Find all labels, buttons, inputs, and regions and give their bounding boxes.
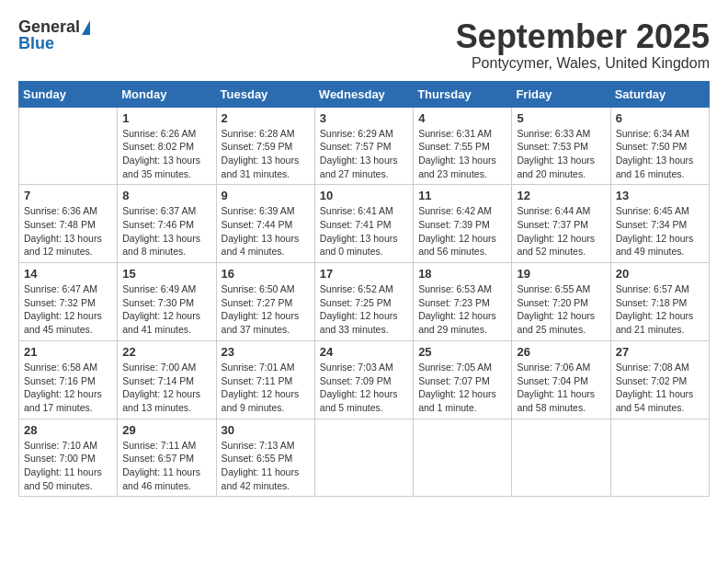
- calendar-cell: 26Sunrise: 7:06 AM Sunset: 7:04 PM Dayli…: [512, 340, 610, 419]
- calendar-cell: 15Sunrise: 6:49 AM Sunset: 7:30 PM Dayli…: [118, 263, 216, 341]
- day-info: Sunrise: 6:50 AM Sunset: 7:27 PM Dayligh…: [222, 282, 310, 337]
- day-number: 10: [320, 189, 408, 202]
- week-row-4: 21Sunrise: 6:58 AM Sunset: 7:16 PM Dayli…: [19, 340, 710, 419]
- day-info: Sunrise: 7:10 AM Sunset: 7:00 PM Dayligh…: [24, 439, 112, 493]
- weekday-header-monday: Monday: [118, 81, 216, 107]
- day-info: Sunrise: 6:34 AM Sunset: 7:50 PM Dayligh…: [616, 127, 704, 181]
- day-number: 4: [418, 111, 506, 125]
- calendar-cell: 18Sunrise: 6:53 AM Sunset: 7:23 PM Dayli…: [414, 263, 512, 341]
- calendar-cell: [414, 419, 512, 497]
- calendar-cell: [19, 107, 118, 185]
- calendar-cell: [610, 419, 709, 497]
- day-info: Sunrise: 6:47 AM Sunset: 7:32 PM Dayligh…: [24, 282, 112, 337]
- day-number: 24: [320, 345, 408, 359]
- calendar-cell: 12Sunrise: 6:44 AM Sunset: 7:37 PM Dayli…: [512, 185, 610, 263]
- calendar-cell: 1Sunrise: 6:26 AM Sunset: 8:02 PM Daylig…: [118, 107, 216, 185]
- calendar-cell: 17Sunrise: 6:52 AM Sunset: 7:25 PM Dayli…: [314, 263, 413, 341]
- calendar-cell: 3Sunrise: 6:29 AM Sunset: 7:57 PM Daylig…: [314, 107, 413, 185]
- day-number: 26: [517, 345, 605, 359]
- day-number: 7: [24, 189, 112, 202]
- day-number: 12: [517, 189, 605, 202]
- day-info: Sunrise: 7:11 AM Sunset: 6:57 PM Dayligh…: [122, 439, 210, 493]
- month-title: September 2025: [456, 18, 710, 55]
- day-number: 25: [418, 345, 506, 359]
- calendar-cell: 13Sunrise: 6:45 AM Sunset: 7:34 PM Dayli…: [610, 185, 709, 263]
- day-info: Sunrise: 7:06 AM Sunset: 7:04 PM Dayligh…: [517, 361, 605, 415]
- day-number: 17: [320, 267, 408, 281]
- week-row-1: 1Sunrise: 6:26 AM Sunset: 8:02 PM Daylig…: [19, 107, 710, 185]
- day-info: Sunrise: 6:57 AM Sunset: 7:18 PM Dayligh…: [616, 282, 704, 337]
- weekday-header-thursday: Thursday: [414, 81, 512, 107]
- day-number: 6: [616, 111, 704, 125]
- day-number: 3: [320, 111, 408, 125]
- calendar-cell: 8Sunrise: 6:37 AM Sunset: 7:46 PM Daylig…: [118, 185, 216, 263]
- day-number: 9: [222, 189, 310, 202]
- day-number: 22: [122, 345, 210, 359]
- calendar-cell: 20Sunrise: 6:57 AM Sunset: 7:18 PM Dayli…: [610, 263, 709, 341]
- calendar-cell: 24Sunrise: 7:03 AM Sunset: 7:09 PM Dayli…: [314, 340, 413, 419]
- day-info: Sunrise: 6:53 AM Sunset: 7:23 PM Dayligh…: [418, 282, 506, 337]
- day-info: Sunrise: 6:29 AM Sunset: 7:57 PM Dayligh…: [320, 127, 408, 181]
- calendar-cell: 23Sunrise: 7:01 AM Sunset: 7:11 PM Dayli…: [216, 340, 314, 419]
- weekday-header-wednesday: Wednesday: [314, 81, 413, 107]
- day-number: 5: [517, 111, 605, 125]
- week-row-3: 14Sunrise: 6:47 AM Sunset: 7:32 PM Dayli…: [19, 263, 710, 341]
- day-info: Sunrise: 6:36 AM Sunset: 7:48 PM Dayligh…: [24, 204, 112, 259]
- day-number: 23: [222, 345, 310, 359]
- logo-general-text: General: [18, 18, 80, 35]
- day-number: 19: [517, 267, 605, 281]
- day-info: Sunrise: 6:39 AM Sunset: 7:44 PM Dayligh…: [222, 204, 310, 259]
- calendar-cell: 2Sunrise: 6:28 AM Sunset: 7:59 PM Daylig…: [216, 107, 314, 185]
- day-number: 11: [418, 189, 506, 202]
- calendar-cell: 30Sunrise: 7:13 AM Sunset: 6:55 PM Dayli…: [216, 419, 314, 497]
- calendar-cell: 28Sunrise: 7:10 AM Sunset: 7:00 PM Dayli…: [19, 419, 118, 497]
- day-number: 16: [222, 267, 310, 281]
- day-number: 30: [222, 423, 310, 437]
- title-area: September 2025 Pontycymer, Wales, United…: [456, 18, 710, 72]
- calendar-cell: [314, 419, 413, 497]
- day-info: Sunrise: 7:00 AM Sunset: 7:14 PM Dayligh…: [122, 361, 210, 415]
- day-number: 27: [616, 345, 704, 359]
- week-row-2: 7Sunrise: 6:36 AM Sunset: 7:48 PM Daylig…: [19, 185, 710, 263]
- weekday-header-sunday: Sunday: [19, 81, 118, 107]
- calendar-cell: 5Sunrise: 6:33 AM Sunset: 7:53 PM Daylig…: [512, 107, 610, 185]
- calendar-cell: 21Sunrise: 6:58 AM Sunset: 7:16 PM Dayli…: [19, 340, 118, 419]
- day-info: Sunrise: 7:08 AM Sunset: 7:02 PM Dayligh…: [616, 361, 704, 415]
- day-info: Sunrise: 6:28 AM Sunset: 7:59 PM Dayligh…: [222, 127, 310, 181]
- calendar-cell: 22Sunrise: 7:00 AM Sunset: 7:14 PM Dayli…: [118, 340, 216, 419]
- calendar-cell: 9Sunrise: 6:39 AM Sunset: 7:44 PM Daylig…: [216, 185, 314, 263]
- day-number: 13: [616, 189, 704, 202]
- calendar-cell: 4Sunrise: 6:31 AM Sunset: 7:55 PM Daylig…: [414, 107, 512, 185]
- day-number: 2: [222, 111, 310, 125]
- day-info: Sunrise: 7:05 AM Sunset: 7:07 PM Dayligh…: [418, 361, 506, 415]
- weekday-header-tuesday: Tuesday: [216, 81, 314, 107]
- day-info: Sunrise: 6:42 AM Sunset: 7:39 PM Dayligh…: [418, 204, 506, 259]
- calendar-cell: 16Sunrise: 6:50 AM Sunset: 7:27 PM Dayli…: [216, 263, 314, 341]
- calendar-cell: 11Sunrise: 6:42 AM Sunset: 7:39 PM Dayli…: [414, 185, 512, 263]
- day-info: Sunrise: 7:03 AM Sunset: 7:09 PM Dayligh…: [320, 361, 408, 415]
- day-info: Sunrise: 6:31 AM Sunset: 7:55 PM Dayligh…: [418, 127, 506, 181]
- calendar-cell: 25Sunrise: 7:05 AM Sunset: 7:07 PM Dayli…: [414, 340, 512, 419]
- day-info: Sunrise: 6:52 AM Sunset: 7:25 PM Dayligh…: [320, 282, 408, 337]
- day-info: Sunrise: 6:55 AM Sunset: 7:20 PM Dayligh…: [517, 282, 605, 337]
- day-number: 8: [122, 189, 210, 202]
- calendar-cell: 10Sunrise: 6:41 AM Sunset: 7:41 PM Dayli…: [314, 185, 413, 263]
- calendar-cell: 14Sunrise: 6:47 AM Sunset: 7:32 PM Dayli…: [19, 263, 118, 341]
- day-number: 1: [122, 111, 210, 125]
- calendar-cell: 27Sunrise: 7:08 AM Sunset: 7:02 PM Dayli…: [610, 340, 709, 419]
- calendar-cell: 29Sunrise: 7:11 AM Sunset: 6:57 PM Dayli…: [118, 419, 216, 497]
- calendar-cell: 19Sunrise: 6:55 AM Sunset: 7:20 PM Dayli…: [512, 263, 610, 341]
- day-info: Sunrise: 6:45 AM Sunset: 7:34 PM Dayligh…: [616, 204, 704, 259]
- day-number: 18: [418, 267, 506, 281]
- day-info: Sunrise: 7:13 AM Sunset: 6:55 PM Dayligh…: [222, 439, 310, 493]
- calendar-cell: [512, 419, 610, 497]
- weekday-header-row: SundayMondayTuesdayWednesdayThursdayFrid…: [19, 81, 710, 107]
- day-info: Sunrise: 6:49 AM Sunset: 7:30 PM Dayligh…: [122, 282, 210, 337]
- day-info: Sunrise: 6:33 AM Sunset: 7:53 PM Dayligh…: [517, 127, 605, 181]
- day-number: 20: [616, 267, 704, 281]
- page-header: General Blue September 2025 Pontycymer, …: [18, 18, 710, 72]
- day-number: 28: [24, 423, 112, 437]
- day-info: Sunrise: 6:26 AM Sunset: 8:02 PM Dayligh…: [122, 127, 210, 181]
- calendar-table: SundayMondayTuesdayWednesdayThursdayFrid…: [18, 81, 710, 498]
- day-number: 15: [122, 267, 210, 281]
